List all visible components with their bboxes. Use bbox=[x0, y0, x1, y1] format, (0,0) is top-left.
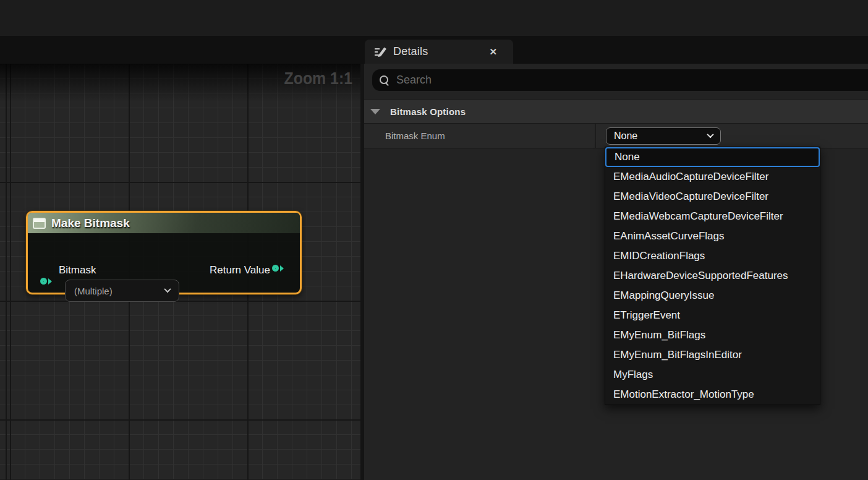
enum-option[interactable]: EMotionExtractor_MotionType bbox=[605, 385, 820, 405]
bitmask-input-pin[interactable] bbox=[40, 278, 52, 285]
enum-option[interactable]: ETriggerEvent bbox=[605, 306, 820, 325]
enum-option[interactable]: EMediaAudioCaptureDeviceFilter bbox=[605, 167, 820, 187]
details-pencil-icon bbox=[373, 46, 387, 58]
enum-option[interactable]: EMediaWebcamCaptureDeviceFilter bbox=[605, 207, 820, 226]
column-divider[interactable] bbox=[595, 124, 596, 148]
pin-arrow-icon bbox=[48, 278, 52, 285]
tab-details-label: Details bbox=[393, 45, 428, 58]
chevron-down-icon bbox=[707, 131, 713, 137]
blueprint-graph-canvas[interactable]: Zoom 1:1 Make Bitmask Bitmask (Multiple)… bbox=[0, 64, 360, 480]
section-title: Bitmask Options bbox=[390, 106, 466, 117]
unreal-editor-window: Details ✕ Zoom 1:1 Make Bitmask Bitmask … bbox=[0, 0, 868, 480]
zoom-level-indicator: Zoom 1:1 bbox=[284, 69, 352, 88]
pin-ring-icon bbox=[272, 265, 279, 272]
chevron-down-icon bbox=[164, 285, 171, 292]
enum-option[interactable]: EMIDCreationFlags bbox=[605, 246, 820, 266]
bitmask-value-text: (Multiple) bbox=[74, 286, 113, 296]
input-pin-label: Bitmask bbox=[59, 264, 96, 276]
node-title: Make Bitmask bbox=[51, 216, 130, 230]
expander-arrow-icon[interactable] bbox=[370, 109, 380, 114]
output-pin-label: Return Value bbox=[210, 264, 270, 276]
bitmask-value-dropdown[interactable]: (Multiple) bbox=[65, 280, 179, 302]
enum-option[interactable]: EAnimAssetCurveFlags bbox=[605, 226, 820, 246]
enum-option[interactable]: MyFlags bbox=[605, 365, 820, 385]
pin-arrow-icon bbox=[280, 265, 284, 272]
make-struct-icon bbox=[33, 218, 46, 229]
enum-option[interactable]: EMyEnum_BitFlags bbox=[605, 325, 820, 345]
enum-option[interactable]: EMediaVideoCaptureDeviceFilter bbox=[605, 187, 820, 207]
details-panel: Bitmask Options Bitmask Enum None NoneEM… bbox=[364, 64, 868, 480]
enum-option[interactable]: EMappingQueryIssue bbox=[605, 286, 820, 306]
bitmask-enum-value: None bbox=[614, 131, 637, 142]
tab-well: Details ✕ bbox=[0, 36, 868, 64]
bitmask-enum-dropdown-button[interactable]: None bbox=[606, 127, 721, 145]
pin-ring-icon bbox=[40, 278, 47, 285]
search-icon bbox=[380, 75, 389, 85]
bitmask-enum-dropdown-list: NoneEMediaAudioCaptureDeviceFilterEMedia… bbox=[605, 147, 820, 405]
enum-option[interactable]: EMyEnum_BitFlagsInEditor bbox=[605, 345, 820, 365]
return-value-output-pin[interactable] bbox=[272, 265, 284, 272]
enum-option[interactable]: EHardwareDeviceSupportedFeatures bbox=[605, 266, 820, 286]
details-search-bar[interactable] bbox=[372, 69, 868, 91]
close-icon[interactable]: ✕ bbox=[489, 47, 497, 56]
search-input[interactable] bbox=[396, 74, 868, 87]
node-body: Bitmask (Multiple) Return Value bbox=[28, 233, 300, 293]
property-name-label: Bitmask Enum bbox=[385, 131, 445, 141]
enum-option[interactable]: None bbox=[605, 147, 820, 167]
tab-details[interactable]: Details ✕ bbox=[365, 40, 513, 64]
section-bitmask-options[interactable]: Bitmask Options bbox=[364, 100, 868, 124]
make-bitmask-node[interactable]: Make Bitmask Bitmask (Multiple) Return V… bbox=[26, 211, 302, 294]
node-header[interactable]: Make Bitmask bbox=[28, 213, 300, 233]
editor-top-bar bbox=[0, 0, 868, 36]
